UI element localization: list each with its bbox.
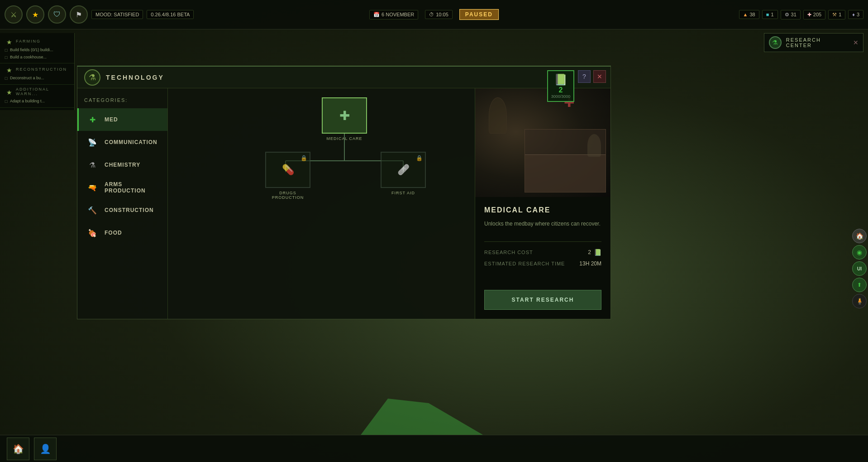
right-mini-icons: 🏠 ◉ UI ⬆ 🧍 <box>850 226 868 311</box>
panel-close-button[interactable]: ✕ <box>593 70 606 83</box>
hud-time: ⏱ 10:05 <box>425 10 453 19</box>
star-icon-1[interactable]: ★ <box>26 5 44 24</box>
category-chemistry[interactable]: ⚗ CHEMISTRY <box>77 154 167 176</box>
chem-icon: ⚗ <box>86 158 99 172</box>
lock-icon-drugs: 🔒 <box>300 155 307 161</box>
tech-node-box-medical-care: ✚ <box>322 97 367 134</box>
side-item-text-4: Adapt a building t... <box>10 99 45 104</box>
hud-res-1: ▲ 38 <box>739 10 759 19</box>
categories-panel: CATEGORIES: ✚ MED 📡 COMMUNICATION ⚗ CHEM… <box>77 88 168 319</box>
info-content: MEDICAL CARE Unlocks the medbay where ci… <box>475 197 610 280</box>
rmi-icon-5[interactable]: 🧍 <box>852 294 867 308</box>
research-book-counter: 📗 2 3000/3000 <box>547 70 574 102</box>
section-title-farming: FARMING <box>16 39 41 43</box>
categories-label: CATEGORIES: <box>77 97 167 108</box>
food-icon: 🍖 <box>86 226 99 240</box>
research-center-icon: ⚗ <box>769 36 782 49</box>
research-time-row: ESTIMATED RESEARCH TIME 13H 20M <box>484 260 601 267</box>
hud-res-3: ⚙ 31 <box>781 10 801 19</box>
category-arms[interactable]: 🔫 ARMS PRODUCTION <box>77 176 167 199</box>
flag-icon[interactable]: ⚑ <box>70 5 88 24</box>
book-total: 3000/3000 <box>551 94 571 99</box>
checkbox-icon-3: ☐ <box>5 77 8 81</box>
rmi-icon-1[interactable]: 🏠 <box>852 229 867 243</box>
category-med[interactable]: ✚ MED <box>77 108 167 131</box>
left-side-panel: ★ FARMING ☐ Build fields (0/1) buildi...… <box>0 33 75 110</box>
category-construction[interactable]: 🔨 CONSTRUCTION <box>77 199 167 221</box>
side-item-4[interactable]: ☐ Adapt a building t... <box>5 98 70 105</box>
bottom-unit-1[interactable]: 🏠 <box>7 438 29 460</box>
book-count: 2 <box>559 86 563 94</box>
tech-node-box-first-aid: 🔒 🩹 <box>381 152 426 188</box>
checkbox-icon-2: ☐ <box>5 56 8 60</box>
section-star-farming[interactable]: ★ <box>5 38 14 47</box>
arms-icon: 🔫 <box>86 181 99 194</box>
research-time-label: ESTIMATED RESEARCH TIME <box>484 261 565 266</box>
tech-node-medical-care[interactable]: ✚ MEDICAL CARE <box>322 97 367 141</box>
bed-decoration <box>525 129 606 192</box>
rmi-icon-4[interactable]: ⬆ <box>852 278 867 292</box>
info-panel: ✚ MEDICAL CARE Unlocks the medbay where … <box>475 88 610 319</box>
checkbox-icon-1: ☐ <box>5 48 8 53</box>
comm-icon: 📡 <box>86 135 99 149</box>
start-research-button[interactable]: START RESEARCH <box>484 290 601 310</box>
tech-node-box-drugs: 🔒 💊 <box>265 152 310 188</box>
medical-care-icon: ✚ <box>339 108 350 123</box>
section-reconstruction: ★ RECONSTRUCTION ☐ Deconstruct a bu... <box>0 63 74 85</box>
tech-node-label-medical-care: MEDICAL CARE <box>326 136 362 141</box>
research-center-close[interactable]: ✕ <box>853 39 858 46</box>
bottom-unit-2[interactable]: 👤 <box>34 438 57 460</box>
section-title-add: ADDITIONAL WARN... <box>16 87 70 96</box>
cat-label-med: MED <box>105 116 118 123</box>
shield-icon[interactable]: 🛡 <box>48 5 66 24</box>
cat-label-food: FOOD <box>105 230 122 236</box>
panel-body: CATEGORIES: ✚ MED 📡 COMMUNICATION ⚗ CHEM… <box>77 88 610 319</box>
tech-panel-icon: ⚗ <box>84 69 100 86</box>
side-item-1[interactable]: ☐ Build fields (0/1) buildi... <box>5 47 70 54</box>
tech-node-first-aid[interactable]: 🔒 🩹 FIRST AID <box>381 152 426 195</box>
section-star-recon[interactable]: ★ <box>5 66 14 75</box>
section-title-recon: RECONSTRUCTION <box>16 67 67 72</box>
research-cost-value: 2 📗 <box>588 249 601 256</box>
constr-icon: 🔨 <box>86 203 99 217</box>
cat-label-arms: ARMS PRODUCTION <box>105 181 161 194</box>
research-center-title: RESEARCH CENTER <box>786 37 849 48</box>
checkbox-icon-4: ☐ <box>5 100 8 104</box>
faction-icon[interactable]: ⚔ <box>5 5 23 24</box>
hud-res-5: ⚒ 1 <box>828 10 845 19</box>
side-item-2[interactable]: ☐ Build a cookhouse... <box>5 54 70 61</box>
category-food[interactable]: 🍖 FOOD <box>77 221 167 244</box>
hud-res-6: ♦ 3 <box>848 10 863 19</box>
tech-node-label-drugs: DRUGS PRODUCTION <box>263 191 313 200</box>
section-additional: ★ ADDITIONAL WARN... ☐ Adapt a building … <box>0 85 74 108</box>
side-item-text-2: Build a cookhouse... <box>10 55 47 60</box>
tech-node-drugs[interactable]: 🔒 💊 DRUGS PRODUCTION <box>263 152 313 200</box>
research-cost-label: RESEARCH COST <box>484 250 533 255</box>
section-star-add[interactable]: ★ <box>5 88 14 97</box>
med-icon: ✚ <box>86 113 99 126</box>
category-communication[interactable]: 📡 COMMUNICATION <box>77 131 167 154</box>
info-tech-desc: Unlocks the medbay where citizens can re… <box>484 220 601 228</box>
cat-label-construction: CONSTRUCTION <box>105 207 154 213</box>
side-item-text-3: Deconstruct a bu... <box>10 76 44 81</box>
tech-tree-area: ✚ MEDICAL CARE 🔒 💊 DRUGS PRODUCTION 🔒 🩹 … <box>168 88 475 319</box>
hud-mood: MOOD: SATISFIED <box>91 10 143 19</box>
research-cost-row: RESEARCH COST 2 📗 <box>484 249 601 256</box>
rmi-icon-3[interactable]: UI <box>852 261 867 276</box>
panel-help-button[interactable]: ? <box>578 70 591 83</box>
hud-res-2: ■ 1 <box>762 10 778 19</box>
hud-center: 📅 6 NOVEMBER ⏱ 10:05 PAUSED <box>369 9 499 20</box>
paused-badge: PAUSED <box>459 9 499 20</box>
hud-date: 📅 6 NOVEMBER <box>369 10 418 19</box>
side-item-text-1: Build fields (0/1) buildi... <box>10 48 53 53</box>
section-farming: ★ FARMING ☐ Build fields (0/1) buildi...… <box>0 35 74 63</box>
connector-lines <box>168 88 475 319</box>
hud-version: 0.26.4/8.16 BETA <box>147 10 194 19</box>
book-icon-cost: 📗 <box>594 249 601 256</box>
hud-res-4: ✚ 205 <box>803 10 825 19</box>
rmi-icon-2[interactable]: ◉ <box>852 245 867 260</box>
info-tech-title: MEDICAL CARE <box>484 206 601 214</box>
top-hud: ⚔ ★ 🛡 ⚑ MOOD: SATISFIED 0.26.4/8.16 BETA… <box>0 0 868 29</box>
side-item-3[interactable]: ☐ Deconstruct a bu... <box>5 75 70 82</box>
lock-icon-first-aid: 🔒 <box>416 155 423 161</box>
